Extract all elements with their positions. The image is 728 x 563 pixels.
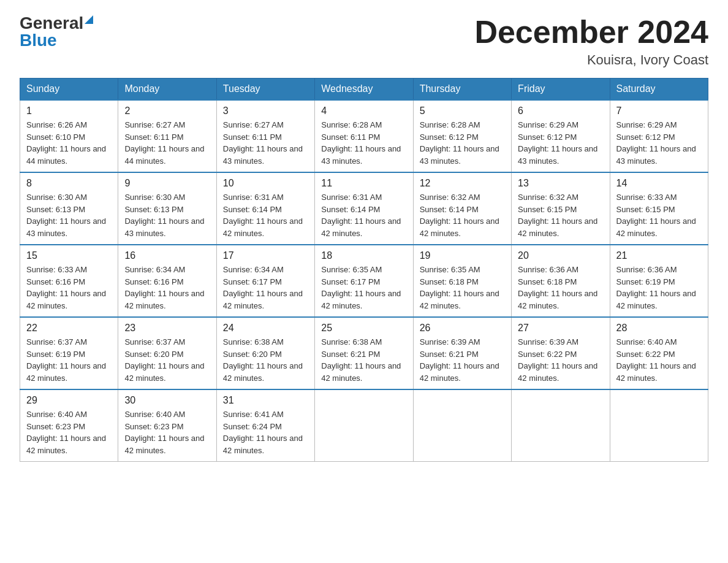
week-row-2: 8 Sunrise: 6:30 AMSunset: 6:13 PMDayligh… bbox=[20, 172, 708, 245]
calendar-cell: 20 Sunrise: 6:36 AMSunset: 6:18 PMDaylig… bbox=[512, 245, 610, 317]
day-number: 13 bbox=[518, 178, 603, 189]
calendar-cell: 30 Sunrise: 6:40 AMSunset: 6:23 PMDaylig… bbox=[118, 389, 216, 462]
day-number: 1 bbox=[26, 105, 112, 117]
header-monday: Monday bbox=[118, 79, 216, 101]
day-number: 5 bbox=[420, 105, 505, 117]
day-info: Sunrise: 6:29 AMSunset: 6:12 PMDaylight:… bbox=[518, 120, 597, 166]
day-info: Sunrise: 6:27 AMSunset: 6:11 PMDaylight:… bbox=[124, 120, 204, 166]
calendar-cell: 1 Sunrise: 6:26 AMSunset: 6:10 PMDayligh… bbox=[20, 100, 118, 172]
week-row-1: 1 Sunrise: 6:26 AMSunset: 6:10 PMDayligh… bbox=[20, 100, 708, 172]
day-info: Sunrise: 6:30 AMSunset: 6:13 PMDaylight:… bbox=[26, 193, 106, 238]
calendar-cell: 31 Sunrise: 6:41 AMSunset: 6:24 PMDaylig… bbox=[216, 389, 314, 462]
calendar-cell: 24 Sunrise: 6:38 AMSunset: 6:20 PMDaylig… bbox=[216, 317, 314, 389]
day-number: 25 bbox=[321, 323, 406, 334]
calendar-cell: 16 Sunrise: 6:34 AMSunset: 6:16 PMDaylig… bbox=[118, 245, 216, 317]
calendar-cell: 2 Sunrise: 6:27 AMSunset: 6:11 PMDayligh… bbox=[118, 100, 216, 172]
page-header: General Blue December 2024 Kouisra, Ivor… bbox=[20, 15, 708, 68]
day-info: Sunrise: 6:35 AMSunset: 6:18 PMDaylight:… bbox=[420, 265, 499, 310]
calendar-cell bbox=[512, 389, 610, 462]
calendar-cell: 9 Sunrise: 6:30 AMSunset: 6:13 PMDayligh… bbox=[118, 172, 216, 245]
day-info: Sunrise: 6:40 AMSunset: 6:22 PMDaylight:… bbox=[616, 337, 696, 383]
calendar-cell: 18 Sunrise: 6:35 AMSunset: 6:17 PMDaylig… bbox=[315, 245, 413, 317]
header-tuesday: Tuesday bbox=[216, 79, 314, 101]
day-info: Sunrise: 6:37 AMSunset: 6:19 PMDaylight:… bbox=[26, 337, 106, 383]
day-info: Sunrise: 6:32 AMSunset: 6:15 PMDaylight:… bbox=[518, 193, 597, 238]
day-info: Sunrise: 6:39 AMSunset: 6:22 PMDaylight:… bbox=[518, 337, 597, 383]
day-number: 6 bbox=[518, 105, 603, 117]
day-info: Sunrise: 6:32 AMSunset: 6:14 PMDaylight:… bbox=[420, 193, 499, 238]
logo-general: General bbox=[20, 15, 83, 32]
day-info: Sunrise: 6:36 AMSunset: 6:19 PMDaylight:… bbox=[616, 265, 696, 310]
calendar-cell: 6 Sunrise: 6:29 AMSunset: 6:12 PMDayligh… bbox=[512, 100, 610, 172]
day-number: 22 bbox=[26, 323, 112, 334]
calendar-cell: 7 Sunrise: 6:29 AMSunset: 6:12 PMDayligh… bbox=[610, 100, 708, 172]
calendar-cell: 17 Sunrise: 6:34 AMSunset: 6:17 PMDaylig… bbox=[216, 245, 314, 317]
header-wednesday: Wednesday bbox=[315, 79, 413, 101]
day-info: Sunrise: 6:26 AMSunset: 6:10 PMDaylight:… bbox=[26, 120, 106, 166]
day-number: 9 bbox=[124, 178, 210, 189]
day-info: Sunrise: 6:38 AMSunset: 6:21 PMDaylight:… bbox=[321, 337, 401, 383]
day-number: 14 bbox=[616, 178, 702, 189]
header-friday: Friday bbox=[512, 79, 610, 101]
day-number: 23 bbox=[124, 323, 210, 334]
day-info: Sunrise: 6:36 AMSunset: 6:18 PMDaylight:… bbox=[518, 265, 597, 310]
day-number: 8 bbox=[26, 178, 112, 189]
day-info: Sunrise: 6:27 AMSunset: 6:11 PMDaylight:… bbox=[223, 120, 303, 166]
calendar-cell: 8 Sunrise: 6:30 AMSunset: 6:13 PMDayligh… bbox=[20, 172, 118, 245]
logo-blue: Blue bbox=[20, 32, 93, 49]
calendar-cell: 26 Sunrise: 6:39 AMSunset: 6:21 PMDaylig… bbox=[413, 317, 511, 389]
calendar-cell: 23 Sunrise: 6:37 AMSunset: 6:20 PMDaylig… bbox=[118, 317, 216, 389]
logo: General Blue bbox=[20, 15, 93, 49]
day-number: 31 bbox=[223, 395, 308, 406]
location-subtitle: Kouisra, Ivory Coast bbox=[474, 52, 708, 68]
day-info: Sunrise: 6:34 AMSunset: 6:17 PMDaylight:… bbox=[223, 265, 303, 310]
day-info: Sunrise: 6:28 AMSunset: 6:12 PMDaylight:… bbox=[420, 120, 499, 166]
day-info: Sunrise: 6:31 AMSunset: 6:14 PMDaylight:… bbox=[321, 193, 401, 238]
header-thursday: Thursday bbox=[413, 79, 511, 101]
day-number: 16 bbox=[124, 250, 210, 261]
day-number: 27 bbox=[518, 323, 603, 334]
day-number: 4 bbox=[321, 105, 406, 117]
header-sunday: Sunday bbox=[20, 79, 118, 101]
calendar-cell: 28 Sunrise: 6:40 AMSunset: 6:22 PMDaylig… bbox=[610, 317, 708, 389]
month-year-title: December 2024 bbox=[474, 15, 708, 50]
day-number: 18 bbox=[321, 250, 406, 261]
day-number: 28 bbox=[616, 323, 702, 334]
week-row-3: 15 Sunrise: 6:33 AMSunset: 6:16 PMDaylig… bbox=[20, 245, 708, 317]
day-number: 19 bbox=[420, 250, 505, 261]
day-number: 17 bbox=[223, 250, 308, 261]
calendar-cell: 3 Sunrise: 6:27 AMSunset: 6:11 PMDayligh… bbox=[216, 100, 314, 172]
calendar-cell: 4 Sunrise: 6:28 AMSunset: 6:11 PMDayligh… bbox=[315, 100, 413, 172]
calendar-cell: 25 Sunrise: 6:38 AMSunset: 6:21 PMDaylig… bbox=[315, 317, 413, 389]
day-info: Sunrise: 6:41 AMSunset: 6:24 PMDaylight:… bbox=[223, 410, 303, 455]
day-info: Sunrise: 6:34 AMSunset: 6:16 PMDaylight:… bbox=[124, 265, 204, 310]
calendar-cell bbox=[315, 389, 413, 462]
calendar-cell: 15 Sunrise: 6:33 AMSunset: 6:16 PMDaylig… bbox=[20, 245, 118, 317]
day-number: 24 bbox=[223, 323, 308, 334]
calendar-cell: 22 Sunrise: 6:37 AMSunset: 6:19 PMDaylig… bbox=[20, 317, 118, 389]
day-number: 15 bbox=[26, 250, 112, 261]
week-row-4: 22 Sunrise: 6:37 AMSunset: 6:19 PMDaylig… bbox=[20, 317, 708, 389]
calendar-cell: 13 Sunrise: 6:32 AMSunset: 6:15 PMDaylig… bbox=[512, 172, 610, 245]
day-number: 11 bbox=[321, 178, 406, 189]
day-number: 12 bbox=[420, 178, 505, 189]
day-info: Sunrise: 6:28 AMSunset: 6:11 PMDaylight:… bbox=[321, 120, 401, 166]
day-info: Sunrise: 6:40 AMSunset: 6:23 PMDaylight:… bbox=[26, 410, 106, 455]
day-info: Sunrise: 6:33 AMSunset: 6:16 PMDaylight:… bbox=[26, 265, 106, 310]
calendar-cell: 5 Sunrise: 6:28 AMSunset: 6:12 PMDayligh… bbox=[413, 100, 511, 172]
day-info: Sunrise: 6:35 AMSunset: 6:17 PMDaylight:… bbox=[321, 265, 401, 310]
title-block: December 2024 Kouisra, Ivory Coast bbox=[474, 15, 708, 68]
calendar-cell: 19 Sunrise: 6:35 AMSunset: 6:18 PMDaylig… bbox=[413, 245, 511, 317]
calendar-cell bbox=[610, 389, 708, 462]
calendar-cell: 10 Sunrise: 6:31 AMSunset: 6:14 PMDaylig… bbox=[216, 172, 314, 245]
day-info: Sunrise: 6:37 AMSunset: 6:20 PMDaylight:… bbox=[124, 337, 204, 383]
calendar-cell: 12 Sunrise: 6:32 AMSunset: 6:14 PMDaylig… bbox=[413, 172, 511, 245]
day-info: Sunrise: 6:33 AMSunset: 6:15 PMDaylight:… bbox=[616, 193, 696, 238]
calendar-cell: 21 Sunrise: 6:36 AMSunset: 6:19 PMDaylig… bbox=[610, 245, 708, 317]
day-number: 2 bbox=[124, 105, 210, 117]
day-info: Sunrise: 6:40 AMSunset: 6:23 PMDaylight:… bbox=[124, 410, 204, 455]
day-info: Sunrise: 6:31 AMSunset: 6:14 PMDaylight:… bbox=[223, 193, 303, 238]
day-info: Sunrise: 6:30 AMSunset: 6:13 PMDaylight:… bbox=[124, 193, 204, 238]
day-number: 30 bbox=[124, 395, 210, 406]
day-number: 20 bbox=[518, 250, 603, 261]
